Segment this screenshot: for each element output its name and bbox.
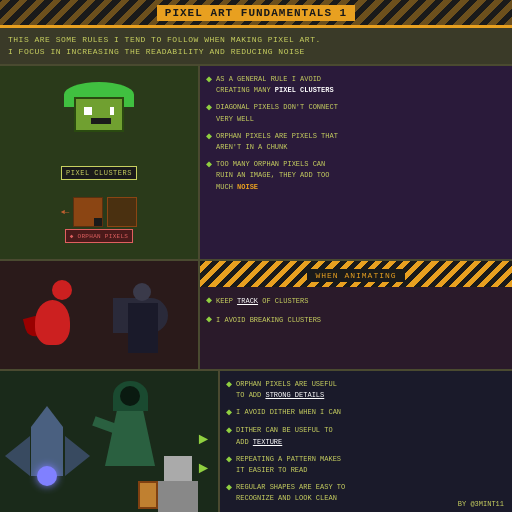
- s3-bullet-1: ◆ ORPHAN PIXELS ARE USEFULTO ADD STRONG …: [226, 379, 506, 401]
- bullet-dot-2: ◆: [206, 102, 212, 114]
- s3-bullet-4: ◆ REPEATING A PATTERN MAKESIT EASIER TO …: [226, 454, 506, 476]
- ship-wing-right: [65, 436, 90, 476]
- warrior-shield: [138, 481, 158, 509]
- s3-bullet-dot-4: ◆: [226, 454, 232, 466]
- bullet-1: ◆ AS A GENERAL RULE I AVOIDCREATING MANY…: [206, 74, 506, 96]
- texture-highlight: TEXTURE: [253, 438, 282, 446]
- bullet-4: ◆ TOO MANY ORPHAN PIXELS CANRUIN AN IMAG…: [206, 159, 506, 193]
- bird-sprite: [25, 280, 80, 350]
- robed-sprite: [98, 376, 163, 466]
- s3-bullet-3: ◆ DITHER CAN BE USEFUL TOADD TEXTURE: [226, 425, 506, 447]
- s3-bullet-text-4: REPEATING A PATTERN MAKESIT EASIER TO RE…: [236, 454, 341, 476]
- section2-left: [0, 261, 200, 369]
- ship-glow: [37, 466, 57, 486]
- s3-bullet-text-3: DITHER CAN BE USEFUL TOADD TEXTURE: [236, 425, 333, 447]
- s3-bullet-text-1: ORPHAN PIXELS ARE USEFULTO ADD STRONG DE…: [236, 379, 337, 401]
- pixel-box-dark: [107, 197, 137, 227]
- troll-face: [74, 97, 124, 132]
- section2: WHEN ANIMATING ◆ KEEP TRACK OF CLUSTERS …: [0, 261, 512, 371]
- section1-right: ◆ AS A GENERAL RULE I AVOIDCREATING MANY…: [200, 66, 512, 259]
- anim-bullet-1: ◆ KEEP TRACK OF CLUSTERS: [206, 295, 506, 308]
- orphan-boxes: ◄—: [61, 197, 137, 227]
- arrow-2: ►: [198, 455, 208, 484]
- troll-mouth: [91, 118, 111, 124]
- troll-sprite: [64, 82, 134, 147]
- robe-shadow: [120, 386, 140, 406]
- bullet-text-1: AS A GENERAL RULE I AVOIDCREATING MANY P…: [216, 74, 334, 96]
- s3-bullet-dot-1: ◆: [226, 379, 232, 391]
- arrow-1: ►: [198, 426, 208, 455]
- section2-right: WHEN ANIMATING ◆ KEEP TRACK OF CLUSTERS …: [200, 261, 512, 369]
- ship-wing-left: [5, 436, 30, 476]
- troll-eye-left: [84, 107, 92, 115]
- bullet-dot-1: ◆: [206, 74, 212, 86]
- anim-bullet-text-1: KEEP TRACK OF CLUSTERS: [216, 295, 308, 308]
- darkbird-body: [128, 303, 158, 353]
- troll-eye-right: [110, 107, 114, 115]
- footer: BY @3MINT11: [458, 500, 504, 508]
- anim-bullet-text-2: I AVOID BREAKING CLUSTERS: [216, 314, 321, 327]
- orphan-dot: ◆: [70, 233, 74, 240]
- bullet-3: ◆ ORPHAN PIXELS ARE PIXELS THATAREN'T IN…: [206, 131, 506, 153]
- warrior-body: [158, 481, 198, 512]
- anim-header: WHEN ANIMATING: [200, 261, 512, 287]
- orphan-text: ORPHAN PIXELS: [78, 233, 129, 240]
- orphan-pixel: [94, 218, 102, 226]
- highlight-noise: NOISE: [237, 183, 258, 191]
- section3-right: ◆ ORPHAN PIXELS ARE USEFULTO ADD STRONG …: [220, 371, 512, 512]
- header: PIXEL ART FUNDAMENTALS 1: [0, 0, 512, 28]
- highlight-clusters: PIXEL CLUSTERS: [275, 86, 334, 94]
- anim-bullet-dot-2: ◆: [206, 314, 212, 326]
- track-highlight: TRACK: [237, 297, 258, 305]
- s3-bullet-2: ◆ I AVOID DITHER WHEN I CAN: [226, 407, 506, 419]
- ship-sprite: [5, 381, 90, 481]
- clusters-label: PIXEL CLUSTERS: [61, 166, 137, 180]
- green-arrows: ► ►: [198, 426, 208, 484]
- orphan-label: ◆ ORPHAN PIXELS: [65, 229, 134, 243]
- bullet-2: ◆ DIAGONAL PIXELS DON'T CONNECTVERY WELL: [206, 102, 506, 124]
- darkbird-sprite: [113, 278, 173, 353]
- s3-bullet-dot-5: ◆: [226, 482, 232, 494]
- bullet-text-2: DIAGONAL PIXELS DON'T CONNECTVERY WELL: [216, 102, 338, 124]
- section1: PIXEL CLUSTERS ◄— ◆ ORPHAN PIXELS ◆: [0, 66, 512, 261]
- section1-left: PIXEL CLUSTERS ◄— ◆ ORPHAN PIXELS: [0, 66, 200, 259]
- warrior-head: [164, 456, 192, 481]
- bird-body: [35, 300, 70, 345]
- section3-left: ► ► ◄ -•+•+◊+◊: [0, 371, 220, 512]
- s3-bullet-dot-2: ◆: [226, 407, 232, 419]
- s3-bullet-dot-3: ◆: [226, 425, 232, 437]
- footer-credit: BY @3MINT11: [458, 500, 504, 508]
- section3: ► ► ◄ -•+•+◊+◊ ◆ ORPHAN PIXELS ARE USEFU…: [0, 371, 512, 512]
- strong-details-highlight: STRONG DETAILS: [265, 391, 324, 399]
- intro-text: THIS ARE SOME RULES I TEND TO FOLLOW WHE…: [0, 28, 512, 66]
- pixel-box-main: [73, 197, 103, 227]
- main-container: PIXEL ART FUNDAMENTALS 1 THIS ARE SOME R…: [0, 0, 512, 512]
- s3-bullet-text-2: I AVOID DITHER WHEN I CAN: [236, 407, 341, 418]
- s3-bullet-text-5: REGULAR SHAPES ARE EASY TORECOGNIZE AND …: [236, 482, 345, 504]
- bullet-dot-4: ◆: [206, 159, 212, 171]
- bullet-text-4: TOO MANY ORPHAN PIXELS CANRUIN AN IMAGE,…: [216, 159, 329, 193]
- anim-bullet-2: ◆ I AVOID BREAKING CLUSTERS: [206, 314, 506, 327]
- arrow-indicator: ◄—: [61, 208, 69, 216]
- bullet-dot-3: ◆: [206, 131, 212, 143]
- anim-bullets: ◆ KEEP TRACK OF CLUSTERS ◆ I AVOID BREAK…: [200, 287, 512, 340]
- darkbird-head: [133, 283, 151, 301]
- intro-content: THIS ARE SOME RULES I TEND TO FOLLOW WHE…: [8, 35, 321, 56]
- bird-head: [52, 280, 72, 300]
- bullet-text-3: ORPHAN PIXELS ARE PIXELS THATAREN'T IN A…: [216, 131, 338, 153]
- header-title: PIXEL ART FUNDAMENTALS 1: [157, 5, 355, 21]
- orphan-area: ◄— ◆ ORPHAN PIXELS: [61, 197, 137, 243]
- anim-bullet-dot-1: ◆: [206, 295, 212, 307]
- anim-header-text: WHEN ANIMATING: [307, 269, 404, 282]
